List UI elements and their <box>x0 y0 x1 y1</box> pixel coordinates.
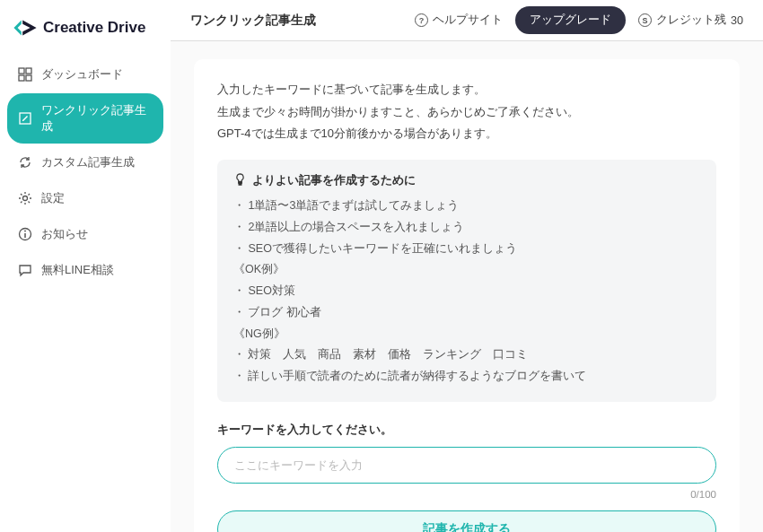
sidebar-item-custom[interactable]: カスタム記事生成 <box>7 145 163 179</box>
brand-name: Creative Drive <box>43 19 145 37</box>
keyword-input[interactable] <box>217 447 716 484</box>
dashboard-icon <box>18 67 32 82</box>
intro-text: 入力したキーワードに基づいて記事を生成します。 生成まで少々お時間が掛かりますこ… <box>217 79 716 145</box>
topbar: ワンクリック記事生成 ? ヘルプサイト アップグレード S クレジット残 30 <box>171 0 763 41</box>
chat-icon <box>18 263 32 277</box>
sidebar-item-label: ダッシュボード <box>41 66 123 83</box>
tips-panel: よりよい記事を作成するために ・ 1単語〜3単語でまずは試してみましょう ・ 2… <box>217 160 716 402</box>
tips-line: ・ SEO対策 <box>233 281 700 302</box>
sidebar-item-line[interactable]: 無料LINE相談 <box>7 253 163 287</box>
tips-heading-text: よりよい記事を作成するために <box>252 172 416 188</box>
svg-point-8 <box>24 231 26 232</box>
tips-line: ・ ブログ 初心者 <box>233 302 700 324</box>
sidebar-item-label: 設定 <box>41 190 65 206</box>
sidebar: Creative Drive ダッシュボード ワンクリック記事生成 カスタム記事… <box>0 0 171 532</box>
refresh-icon <box>18 155 32 170</box>
coin-icon: S <box>638 13 652 27</box>
char-counter: 0/100 <box>217 489 716 500</box>
sidebar-item-label: 無料LINE相談 <box>41 262 114 278</box>
edit-icon <box>18 111 32 126</box>
tips-line: ・ 対策 人気 商品 素材 価格 ランキング 口コミ <box>233 344 700 366</box>
tips-line: 《NG例》 <box>233 324 700 345</box>
help-icon: ? <box>415 13 428 27</box>
sidebar-nav: ダッシュボード ワンクリック記事生成 カスタム記事生成 設定 お知らせ <box>0 57 171 287</box>
tips-line: ・ 2単語以上の場合スペースを入れましょう <box>233 217 700 239</box>
upgrade-button[interactable]: アップグレード <box>515 6 626 34</box>
brand-logo: Creative Drive <box>0 14 171 57</box>
generator-card: 入力したキーワードに基づいて記事を生成します。 生成まで少々お時間が掛かりますこ… <box>194 59 740 532</box>
main: ワンクリック記事生成 ? ヘルプサイト アップグレード S クレジット残 30 … <box>171 0 763 532</box>
help-label: ヘルプサイト <box>433 13 503 28</box>
sidebar-item-news[interactable]: お知らせ <box>7 217 163 251</box>
tips-body: ・ 1単語〜3単語でまずは試してみましょう ・ 2単語以上の場合スペースを入れま… <box>233 196 700 388</box>
credits-label: クレジット残 <box>656 13 726 28</box>
svg-rect-0 <box>19 68 24 74</box>
sidebar-item-label: ワンクリック記事生成 <box>41 102 153 135</box>
lightbulb-icon <box>233 172 247 188</box>
info-icon <box>18 227 32 241</box>
tips-heading: よりよい記事を作成するために <box>233 172 700 188</box>
sidebar-item-label: カスタム記事生成 <box>41 154 135 170</box>
sidebar-item-settings[interactable]: 設定 <box>7 181 163 215</box>
gear-icon <box>18 191 32 205</box>
page-title: ワンクリック記事生成 <box>190 13 402 29</box>
tips-line: ・ SEOで獲得したいキーワードを正確にいれましょう <box>233 239 700 260</box>
help-link[interactable]: ? ヘルプサイト <box>415 13 503 28</box>
generate-button[interactable]: 記事を作成する <box>217 510 716 532</box>
intro-line: 生成まで少々お時間が掛かりますこと、あらかじめご了承ください。 <box>217 101 716 124</box>
svg-point-5 <box>23 196 28 201</box>
sidebar-item-oneclick[interactable]: ワンクリック記事生成 <box>7 93 163 144</box>
svg-rect-1 <box>26 68 31 74</box>
credits-value: 30 <box>731 14 743 27</box>
svg-rect-3 <box>26 75 31 81</box>
intro-line: GPT-4では生成まで10分前後かかる場合があります。 <box>217 123 716 145</box>
tips-line: ・ 1単語〜3単語でまずは試してみましょう <box>233 196 700 217</box>
keyword-label: キーワードを入力してください。 <box>217 422 716 438</box>
intro-line: 入力したキーワードに基づいて記事を生成します。 <box>217 79 716 101</box>
sidebar-item-label: お知らせ <box>41 226 88 242</box>
logo-icon <box>13 18 38 38</box>
svg-rect-2 <box>19 75 24 81</box>
content: 入力したキーワードに基づいて記事を生成します。 生成まで少々お時間が掛かりますこ… <box>171 41 763 532</box>
tips-line: ・ 詳しい手順で読者のために読者が納得するようなブログを書いて <box>233 366 700 388</box>
tips-line: 《OK例》 <box>233 259 700 281</box>
sidebar-item-dashboard[interactable]: ダッシュボード <box>7 57 163 92</box>
credits-display: S クレジット残 30 <box>638 13 743 28</box>
